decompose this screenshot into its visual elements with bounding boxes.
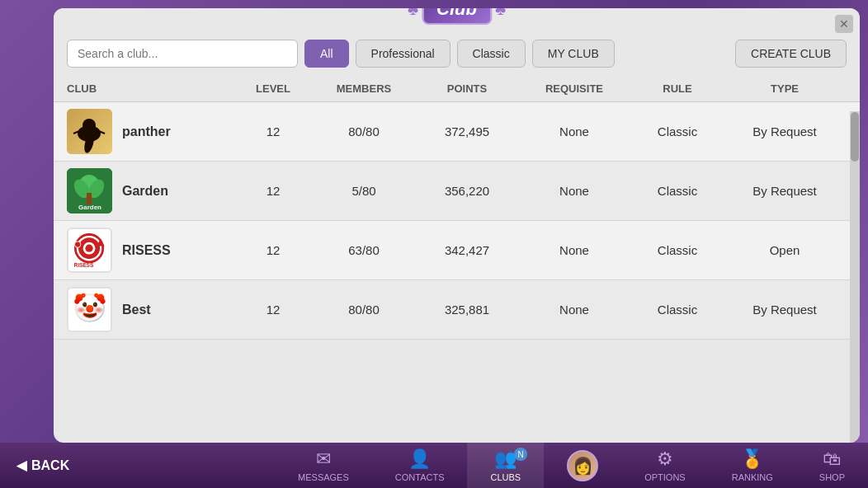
col-type: TYPE <box>727 82 842 95</box>
table-header: CLUB LEVEL MEMBERS POINTS REQUISITE RULE… <box>54 76 860 102</box>
club-cell: 🤡 Best <box>67 287 232 332</box>
club-level: 12 <box>232 303 314 317</box>
club-logo-img: RISESS <box>67 228 112 273</box>
contacts-icon: 👤 <box>408 448 431 470</box>
col-club: CLUB <box>67 82 232 95</box>
filter-classic-button[interactable]: Classic <box>457 40 526 68</box>
nav-contacts-label: CONTACTS <box>395 472 445 482</box>
club-members: 80/80 <box>314 124 413 138</box>
svg-marker-15 <box>97 238 104 246</box>
col-level: LEVEL <box>232 82 314 95</box>
club-title-text: Club <box>436 8 477 20</box>
svg-text:Garden: Garden <box>78 204 101 211</box>
club-type: By Request <box>727 184 842 198</box>
club-requisite: None <box>521 184 628 198</box>
club-name: panther <box>122 124 171 139</box>
messages-icon: ✉ <box>316 448 331 470</box>
table-row[interactable]: panther 12 80/80 372,495 None Classic By… <box>54 102 860 162</box>
nav-options-label: OPTIONS <box>644 472 686 482</box>
club-points: 325,881 <box>413 303 521 317</box>
club-name: RISESS <box>122 243 171 258</box>
club-level: 12 <box>232 124 314 138</box>
club-type: By Request <box>727 303 842 317</box>
svg-text:RISESS: RISESS <box>73 262 93 268</box>
svg-point-14 <box>74 242 80 247</box>
filter-myclub-button[interactable]: MY CLUB <box>532 40 615 68</box>
club-requisite: None <box>521 303 628 317</box>
nav-clubs-label: CLUBS <box>490 472 521 482</box>
club-cell: Garden Garden <box>67 168 232 214</box>
club-points: 342,427 <box>413 243 521 257</box>
avatar-face-icon: 👩 <box>573 456 593 476</box>
club-rule: Classic <box>628 243 727 257</box>
modal-title-bar: ♣ Club ♣ <box>408 8 506 25</box>
nav-messages-label: MESSAGES <box>298 472 349 482</box>
filter-all-button[interactable]: All <box>304 40 349 68</box>
svg-point-13 <box>85 245 92 252</box>
left-spade-icon: ♣ <box>408 8 418 19</box>
club-members: 5/80 <box>314 184 413 198</box>
club-type: Open <box>727 243 842 257</box>
player-avatar: 👩 <box>567 450 598 481</box>
back-arrow-icon: ◀ <box>17 458 26 473</box>
scrollbar[interactable] <box>850 111 860 443</box>
nav-ranking[interactable]: 🏅 RANKING <box>709 443 796 488</box>
table-row[interactable]: Garden Garden 12 5/80 356,220 None Class… <box>54 162 860 221</box>
bottom-nav: ◀ BACK ✉ MESSAGES 👤 CONTACTS 👥 N CLUBS 👩… <box>0 443 868 488</box>
club-rule: Classic <box>628 303 727 317</box>
clubs-table: panther 12 80/80 372,495 None Classic By… <box>54 102 860 429</box>
create-club-button[interactable]: CREATE CLUB <box>735 40 847 68</box>
club-logo-img: Garden <box>67 168 112 214</box>
nav-options[interactable]: ⚙ OPTIONS <box>621 443 709 488</box>
club-rule: Classic <box>628 124 727 138</box>
back-button[interactable]: ◀ BACK <box>0 443 86 488</box>
table-row[interactable]: RISESS RISESS 12 63/80 342,427 None Clas… <box>54 221 860 280</box>
nav-shop[interactable]: 🛍 SHOP <box>796 443 868 488</box>
club-requisite: None <box>521 243 628 257</box>
close-button[interactable]: ✕ <box>835 15 853 33</box>
club-type: By Request <box>727 124 842 138</box>
clubs-icon: 👥 <box>494 448 517 470</box>
svg-text:🤡: 🤡 <box>73 292 107 325</box>
search-input[interactable] <box>67 40 298 68</box>
nav-avatar[interactable]: 👩 <box>544 443 621 488</box>
club-rule: Classic <box>628 184 727 198</box>
svg-rect-8 <box>87 193 92 204</box>
col-rule: RULE <box>628 82 727 95</box>
right-spade-icon: ♣ <box>495 8 506 19</box>
club-members: 63/80 <box>314 243 413 257</box>
options-icon: ⚙ <box>657 448 673 470</box>
nav-badge: N <box>514 448 527 461</box>
scrollbar-thumb[interactable] <box>851 112 859 162</box>
club-cell: panther <box>67 109 232 154</box>
table-row[interactable]: 🤡 Best 12 80/80 325,881 None Classic By … <box>54 280 860 340</box>
ranking-icon: 🏅 <box>741 448 763 470</box>
club-points: 372,495 <box>413 124 521 138</box>
club-logo-img <box>67 109 112 154</box>
col-requisite: REQUISITE <box>521 82 628 95</box>
shop-icon: 🛍 <box>823 448 841 470</box>
nav-messages[interactable]: ✉ MESSAGES <box>275 443 372 488</box>
nav-contacts[interactable]: 👤 CONTACTS <box>372 443 468 488</box>
nav-clubs[interactable]: 👥 N CLUBS <box>467 443 544 488</box>
nav-ranking-label: RANKING <box>732 472 773 482</box>
club-level: 12 <box>232 243 314 257</box>
club-logo-img: 🤡 <box>67 287 112 332</box>
col-points: POINTS <box>413 82 521 95</box>
back-label: BACK <box>31 458 69 473</box>
nav-shop-label: SHOP <box>819 472 845 482</box>
filter-professional-button[interactable]: Professional <box>356 40 451 68</box>
club-members: 80/80 <box>314 303 413 317</box>
club-name: Garden <box>122 184 168 199</box>
club-title: Club <box>422 8 492 25</box>
col-members: MEMBERS <box>314 82 413 95</box>
svg-point-1 <box>83 119 96 132</box>
nav-items: ✉ MESSAGES 👤 CONTACTS 👥 N CLUBS 👩 ⚙ OPTI… <box>275 443 868 488</box>
club-name: Best <box>122 303 151 317</box>
club-modal: ♣ Club ♣ ✕ All Professional Classic MY C… <box>54 8 860 443</box>
club-cell: RISESS RISESS <box>67 228 232 273</box>
club-points: 356,220 <box>413 184 521 198</box>
club-requisite: None <box>521 124 628 138</box>
club-level: 12 <box>232 184 314 198</box>
